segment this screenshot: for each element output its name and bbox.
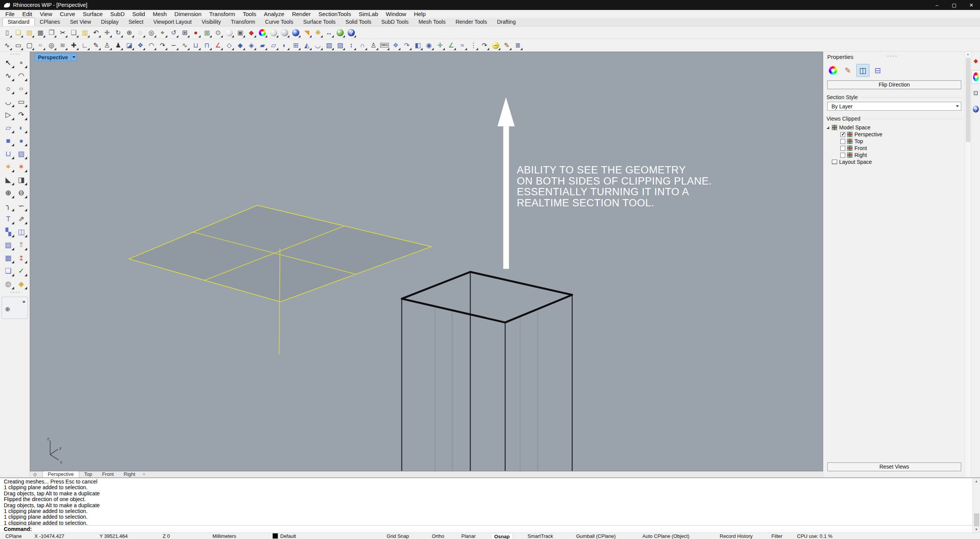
toolbar-tab[interactable]: SubD Tools (376, 18, 413, 26)
sidebar-tool-icon[interactable]: ⇑ (15, 238, 28, 251)
sidebar-tool-icon[interactable]: ✶ (15, 160, 28, 173)
toolbar-icon[interactable]: ◭ (302, 40, 312, 51)
toolbar-tab[interactable]: CPlanes (35, 18, 65, 26)
sidebar-tool-icon[interactable]: ● (15, 134, 28, 147)
view-checkbox[interactable] (840, 132, 845, 137)
sidebar-tool-icon[interactable]: ◣ (2, 173, 15, 186)
toolbar-icon[interactable]: ↷ (402, 40, 412, 51)
menu-item[interactable]: Render (288, 10, 315, 18)
menu-item[interactable]: Curve (56, 10, 79, 18)
viewport-canvas[interactable]: z y x (30, 52, 823, 471)
toolbar-icon[interactable]: ▯ (2, 28, 12, 38)
toolbar-icon[interactable]: ◆ (235, 40, 245, 51)
sidebar-tool-icon[interactable]: ▱ (2, 121, 15, 134)
viewport-tab[interactable]: Right (119, 471, 140, 477)
toolbar-icon[interactable]: ◪ (124, 40, 134, 51)
status-field[interactable]: Record History (720, 533, 753, 539)
sidebar-tool-icon[interactable]: ↷ (15, 108, 28, 121)
toolbar-icon[interactable]: ▭ (13, 40, 23, 51)
toolbar-icon[interactable]: ❋ (313, 28, 323, 38)
toolbar-icon[interactable]: ❏ (13, 28, 23, 38)
toolbar-icon[interactable]: ∠ (213, 40, 223, 51)
menu-item[interactable]: File (2, 10, 18, 18)
menu-item[interactable]: Analyze (260, 10, 288, 18)
toolbar-icon[interactable]: ▱ (268, 40, 279, 51)
toolbar-icon[interactable]: ❖ (135, 40, 145, 51)
tree-row[interactable]: ◢ Top (826, 138, 965, 145)
sidebar-tool-icon[interactable]: ◠ (15, 69, 28, 82)
toolbar-icon[interactable]: ◐ (279, 40, 290, 51)
toolbar-icon[interactable]: ✛ (435, 40, 445, 51)
status-field[interactable]: Z 0 (163, 533, 170, 539)
toolbar-icon[interactable]: ◠ (146, 40, 157, 51)
toolbar-icon[interactable]: ∩ (357, 40, 368, 51)
sidebar-tool-icon[interactable]: ∘ (15, 56, 28, 69)
expander-icon[interactable]: ◢ (826, 126, 832, 129)
viewport-tab[interactable]: + (140, 471, 148, 477)
panel-tab-icon[interactable]: ⊡ (971, 86, 980, 100)
toolbar-icon[interactable]: ◆ (246, 28, 256, 38)
toolbar-icon[interactable]: ♙ (102, 40, 112, 51)
flip-direction-button[interactable]: Flip Direction (827, 80, 961, 89)
toolbar-icon[interactable]: ≋ (57, 40, 68, 51)
sidebar-tool-icon[interactable]: ⊕ (2, 186, 15, 199)
toolbar-icon[interactable]: ✚ (102, 28, 112, 38)
menu-item[interactable]: SubD (106, 10, 129, 18)
status-field[interactable]: X -10474.427 (34, 533, 64, 539)
toolbar-icon[interactable]: ⌖ (157, 28, 168, 38)
viewport-tab[interactable]: Front (97, 471, 119, 477)
reset-views-button[interactable]: Reset Views (827, 462, 961, 471)
toolbar-icon[interactable]: ❖ (390, 40, 401, 51)
sidebar-tool-icon[interactable]: ⊖ (15, 186, 28, 199)
toolbar-tab[interactable]: Viewport Layout (149, 18, 197, 26)
toolbar-icon[interactable]: DEG (379, 40, 390, 51)
toolbar-icon[interactable]: ❑ (69, 28, 79, 38)
toolbar-tab[interactable]: Solid Tools (341, 18, 376, 26)
sidebar-tool-icon[interactable]: T (2, 212, 15, 225)
status-field[interactable]: Ortho (432, 533, 444, 539)
toolbar-icon[interactable]: ∿ (2, 40, 12, 51)
toolbar-icon[interactable]: ↻ (113, 28, 123, 38)
toolbar-icon[interactable]: ✎ (501, 40, 512, 51)
toolbar-icon[interactable]: ✚ (69, 40, 79, 51)
status-field[interactable]: Millimeters (212, 533, 236, 539)
toolbar-icon[interactable] (257, 28, 268, 38)
status-field[interactable]: SmartTrack (528, 533, 553, 539)
sidebar-tool-icon[interactable]: ◐ (15, 121, 28, 134)
chevron-down-icon[interactable] (71, 55, 77, 60)
maximize-button[interactable]: ▢ (946, 0, 963, 10)
toolbar-tab[interactable]: Drafting (492, 18, 521, 26)
status-field[interactable]: CPU use: 0.1 % (797, 533, 833, 539)
sidebar-tool-icon[interactable]: ◆ (15, 278, 28, 290)
toolbar-icon[interactable] (268, 28, 279, 38)
sidebar-tool-icon[interactable]: ○ (2, 82, 15, 95)
viewport-title-dropdown[interactable]: Perspective (35, 53, 77, 61)
toolbar-icon[interactable]: ✎ (91, 40, 101, 51)
toolbar-icon[interactable]: ∟ (80, 40, 90, 51)
toolbar-icon[interactable] (335, 28, 345, 38)
toolbar-icon[interactable]: ▦ (202, 28, 212, 38)
viewport-title[interactable]: Perspective (35, 54, 71, 60)
toolbar-icon[interactable]: ▤ (24, 28, 34, 38)
toolbar-icon[interactable] (224, 28, 234, 38)
menu-item[interactable]: SectionTools (315, 10, 355, 18)
toolbar-tab[interactable]: Select (124, 18, 149, 26)
toolbar-icon[interactable]: ↺ (168, 28, 179, 38)
status-field[interactable]: Default (273, 533, 296, 539)
menu-item[interactable]: Edit (18, 10, 36, 18)
properties-page-icon[interactable]: ✎ (841, 64, 854, 77)
toolbar-icon[interactable]: ◉ (424, 40, 434, 51)
menu-item[interactable]: SimLab (355, 10, 382, 18)
view-checkbox[interactable] (840, 153, 845, 158)
menu-item[interactable]: Mesh (149, 10, 171, 18)
menu-item[interactable]: Tools (239, 10, 260, 18)
sidebar-tool-icon[interactable]: ▨ (15, 147, 28, 160)
sidebar-tool-icon[interactable]: ▭ (15, 95, 28, 108)
sidebar-tool-icon[interactable]: ◍ (2, 278, 15, 290)
status-field[interactable]: Gumball (CPlane) (576, 533, 616, 539)
menu-item[interactable]: Solid (129, 10, 149, 18)
sidebar-tool-icon[interactable]: ▦ (2, 252, 15, 264)
panel-tab-icon[interactable]: ◆ (971, 54, 980, 68)
toolbar-icon[interactable] (279, 28, 290, 38)
toolbar-icon[interactable]: ≣ (513, 40, 523, 51)
